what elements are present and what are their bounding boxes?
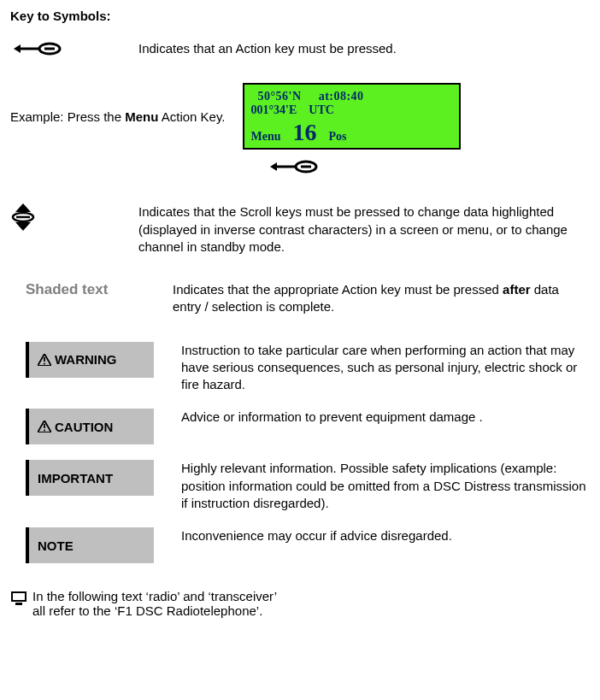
svg-rect-20 xyxy=(15,603,22,605)
page-title: Key to Symbols: xyxy=(10,9,590,23)
example-row: Example: Press the Menu Action Key. 50°5… xyxy=(10,83,590,150)
example-suffix: Action Key. xyxy=(158,109,225,124)
example-arrow xyxy=(267,158,590,178)
lcd-channel: 16 xyxy=(293,121,317,144)
caution-label: CAUTION xyxy=(55,420,113,434)
warning-badge: WARNING xyxy=(26,342,154,378)
lcd-pos-label: Pos xyxy=(329,130,347,144)
lcd-screen: 50°56'N at:08:40 001°34'E UTC Menu 16 Po… xyxy=(243,83,461,150)
important-badge: IMPORTANT xyxy=(26,460,154,496)
note-label: NOTE xyxy=(38,538,74,553)
svg-marker-8 xyxy=(15,203,31,212)
shaded-desc: Indicates that the appropriate Action ke… xyxy=(173,281,590,316)
footer-row: In the following text ‘radio’ and ‘trans… xyxy=(10,589,590,618)
warning-label: WARNING xyxy=(55,352,117,367)
important-row: IMPORTANT Highly relevant information. P… xyxy=(10,460,590,512)
caution-row: CAUTION Advice or information to prevent… xyxy=(10,409,590,444)
action-arrow-icon xyxy=(10,40,62,57)
caution-badge: CAUTION xyxy=(26,409,154,444)
monitor-icon xyxy=(10,591,27,606)
note-desc: Inconvenience may occur if advice disreg… xyxy=(181,527,590,544)
svg-point-17 xyxy=(44,430,45,432)
scroll-symbol xyxy=(10,203,138,231)
scroll-row: Indicates that the Scroll keys must be p… xyxy=(10,203,590,256)
warning-triangle-icon xyxy=(38,421,51,432)
caution-desc: Advice or information to prevent equipme… xyxy=(181,409,590,426)
note-badge-col: NOTE xyxy=(10,527,181,563)
warning-desc: Instruction to take particular care when… xyxy=(181,342,590,394)
warning-row: WARNING Instruction to take particular c… xyxy=(10,342,590,394)
note-badge: NOTE xyxy=(26,527,154,563)
lcd-menu-label: Menu xyxy=(251,130,281,144)
scroll-arrows-icon xyxy=(10,203,36,231)
example-text: Example: Press the Menu Action Key. xyxy=(10,109,226,124)
shaded-row: Shaded text Indicates that the appropria… xyxy=(10,281,590,316)
warning-triangle-icon xyxy=(38,354,51,366)
shaded-desc-bold: after xyxy=(503,282,531,297)
svg-rect-19 xyxy=(13,593,25,600)
action-key-row: Indicates that an Action key must be pre… xyxy=(10,40,590,57)
shaded-label-col: Shaded text xyxy=(10,281,173,298)
svg-marker-3 xyxy=(14,44,21,53)
example-prefix: Example: Press the xyxy=(10,109,125,124)
lcd-tz: UTC xyxy=(309,103,334,116)
note-row: NOTE Inconvenience may occur if advice d… xyxy=(10,527,590,563)
important-badge-col: IMPORTANT xyxy=(10,460,181,496)
action-arrow-icon xyxy=(267,163,318,178)
svg-marker-11 xyxy=(15,222,31,231)
footer-line2: all refer to the ‘F1 DSC Radiotelephone’… xyxy=(32,603,277,618)
footer-text: In the following text ‘radio’ and ‘trans… xyxy=(32,589,277,618)
action-key-symbol xyxy=(10,40,138,57)
svg-marker-7 xyxy=(270,162,277,171)
warning-badge-col: WARNING xyxy=(10,342,181,378)
svg-point-14 xyxy=(44,362,45,364)
shaded-text-label: Shaded text xyxy=(26,281,108,298)
lcd-lat: 50°56'N xyxy=(258,90,302,103)
example-bold: Menu xyxy=(125,109,158,124)
action-key-desc: Indicates that an Action key must be pre… xyxy=(138,40,590,57)
caution-badge-col: CAUTION xyxy=(10,409,181,444)
lcd-lon: 001°34'E xyxy=(251,103,297,116)
shaded-desc-pre: Indicates that the appropriate Action ke… xyxy=(173,282,503,297)
footer-line1: In the following text ‘radio’ and ‘trans… xyxy=(32,589,277,603)
scroll-desc: Indicates that the Scroll keys must be p… xyxy=(138,203,590,256)
important-label: IMPORTANT xyxy=(38,471,113,485)
important-desc: Highly relevant information. Possible sa… xyxy=(181,460,590,512)
lcd-at: at:08:40 xyxy=(319,90,364,103)
